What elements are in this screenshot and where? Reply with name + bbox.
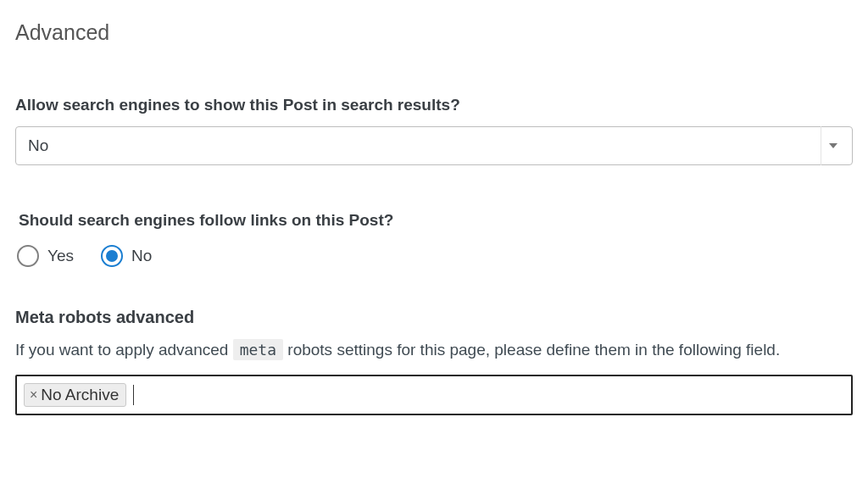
meta-robots-label: Meta robots advanced (15, 308, 853, 327)
section-title: Advanced (15, 20, 853, 45)
helper-code: meta (233, 339, 283, 360)
radio-icon (17, 245, 39, 267)
allow-search-value: No (28, 136, 48, 155)
follow-links-radio-group: Yes No (15, 245, 853, 267)
radio-icon (101, 245, 123, 267)
meta-robots-input[interactable]: × No Archive (15, 375, 853, 415)
close-icon[interactable]: × (30, 388, 37, 402)
helper-pre: If you want to apply advanced (15, 341, 233, 359)
radio-label-yes: Yes (47, 247, 74, 265)
tag-no-archive[interactable]: × No Archive (24, 383, 126, 407)
text-cursor (133, 385, 134, 405)
tag-label: No Archive (41, 386, 119, 404)
meta-robots-helper: If you want to apply advanced meta robot… (15, 337, 853, 363)
follow-links-yes[interactable]: Yes (17, 245, 74, 267)
follow-links-label: Should search engines follow links on th… (19, 211, 853, 230)
allow-search-label: Allow search engines to show this Post i… (15, 96, 853, 114)
allow-search-select[interactable]: No (15, 126, 853, 165)
helper-post: robots settings for this page, please de… (283, 341, 780, 359)
follow-links-no[interactable]: No (101, 245, 152, 267)
radio-label-no: No (131, 247, 152, 265)
